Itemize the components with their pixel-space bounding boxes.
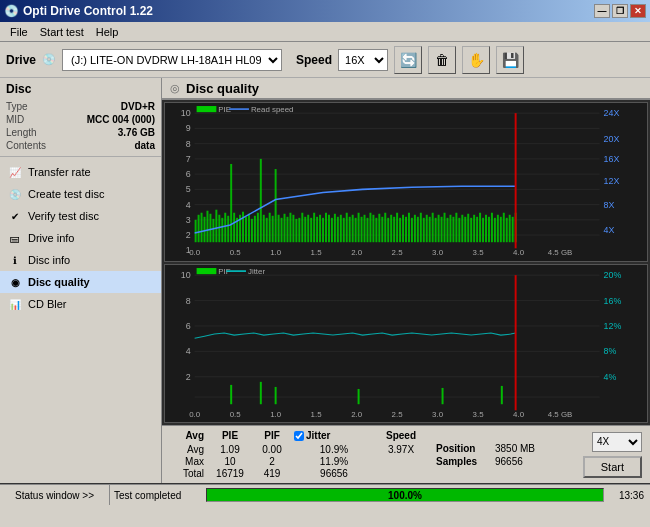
menu-file[interactable]: File — [4, 24, 34, 40]
nav-disc-info-label: Disc info — [28, 254, 70, 266]
svg-rect-184 — [197, 268, 217, 274]
svg-rect-56 — [254, 216, 256, 242]
nav-drive-info[interactable]: 🖴 Drive info — [0, 227, 161, 249]
menubar: File Start test Help — [0, 22, 650, 42]
svg-text:4.5 GB: 4.5 GB — [548, 410, 573, 419]
jitter-header: Jitter — [306, 430, 330, 441]
svg-rect-101 — [387, 218, 389, 242]
svg-text:4: 4 — [186, 346, 191, 356]
svg-text:2.0: 2.0 — [351, 410, 363, 419]
svg-rect-39 — [204, 217, 206, 242]
minimize-button[interactable]: — — [594, 4, 610, 18]
nav-create-test[interactable]: 💿 Create test disc — [0, 183, 161, 205]
svg-rect-49 — [233, 213, 235, 242]
svg-text:0.0: 0.0 — [189, 410, 201, 419]
svg-text:PIE: PIE — [218, 105, 231, 114]
samples-value: 96656 — [495, 456, 550, 467]
svg-rect-139 — [500, 217, 502, 242]
svg-rect-41 — [209, 214, 211, 242]
svg-text:3.0: 3.0 — [432, 410, 444, 419]
svg-rect-97 — [375, 218, 377, 242]
svg-rect-115 — [429, 217, 431, 242]
nav-verify-test[interactable]: ✔ Verify test disc — [0, 205, 161, 227]
svg-rect-53 — [245, 217, 247, 242]
svg-text:8: 8 — [186, 295, 191, 305]
svg-rect-91 — [358, 213, 360, 242]
svg-rect-134 — [485, 215, 487, 242]
svg-rect-130 — [473, 215, 475, 242]
toolbar: Drive 💿 (J:) LITE-ON DVDRW LH-18A1H HL09… — [0, 42, 650, 78]
svg-text:3.5: 3.5 — [473, 410, 485, 419]
nav-buttons: 📈 Transfer rate 💿 Create test disc ✔ Ver… — [0, 157, 161, 319]
drive-select[interactable]: (J:) LITE-ON DVDRW LH-18A1H HL09 — [62, 49, 282, 71]
nav-disc-quality-label: Disc quality — [28, 276, 90, 288]
read-speed-select[interactable]: 4X8X12X16X — [592, 432, 642, 452]
speed-select[interactable]: 1X2X4X8X12X16X — [338, 49, 388, 71]
svg-rect-128 — [467, 214, 469, 242]
svg-rect-125 — [458, 218, 460, 242]
nav-create-test-label: Create test disc — [28, 188, 104, 200]
menu-start-test[interactable]: Start test — [34, 24, 90, 40]
disc-section-title: Disc — [6, 82, 155, 96]
svg-text:8X: 8X — [604, 200, 615, 210]
hand-button[interactable]: ✋ — [462, 46, 490, 74]
svg-rect-119 — [441, 217, 443, 242]
start-button[interactable]: Start — [583, 456, 642, 478]
svg-text:24X: 24X — [604, 108, 620, 118]
status-window-button[interactable]: Status window >> — [0, 485, 110, 505]
svg-text:1.0: 1.0 — [270, 248, 282, 257]
pif-header: PIF — [252, 430, 292, 441]
disc-type-value: DVD+R — [121, 101, 155, 112]
svg-rect-104 — [396, 213, 398, 242]
statusbar: Status window >> Test completed 100.0% 1… — [0, 483, 650, 505]
svg-rect-48 — [230, 164, 232, 242]
svg-rect-94 — [366, 218, 368, 242]
max-pie: 10 — [210, 456, 250, 467]
svg-rect-72 — [301, 213, 303, 242]
svg-rect-81 — [328, 215, 330, 242]
svg-text:0.5: 0.5 — [230, 410, 242, 419]
menu-help[interactable]: Help — [90, 24, 125, 40]
svg-text:2.5: 2.5 — [392, 248, 404, 257]
svg-rect-87 — [346, 213, 348, 242]
svg-rect-75 — [310, 218, 312, 242]
nav-disc-info[interactable]: ℹ Disc info — [0, 249, 161, 271]
svg-rect-181 — [442, 387, 444, 403]
chart1-svg: 10 9 8 7 6 5 4 3 2 1 24X 20X — [165, 103, 647, 261]
svg-rect-90 — [355, 218, 357, 242]
nav-cd-bler-label: CD Bler — [28, 298, 67, 310]
save-button[interactable]: 💾 — [496, 46, 524, 74]
svg-text:4.0: 4.0 — [513, 410, 525, 419]
svg-rect-38 — [201, 213, 203, 242]
close-button[interactable]: ✕ — [630, 4, 646, 18]
svg-rect-178 — [260, 381, 262, 403]
svg-rect-135 — [488, 217, 490, 242]
svg-rect-78 — [319, 215, 321, 242]
svg-rect-71 — [298, 218, 300, 242]
svg-rect-105 — [399, 218, 401, 242]
svg-rect-65 — [281, 218, 283, 242]
svg-rect-107 — [405, 217, 407, 242]
svg-rect-52 — [242, 212, 244, 242]
svg-rect-59 — [263, 215, 265, 242]
svg-text:10: 10 — [181, 108, 191, 118]
refresh-button[interactable]: 🔄 — [394, 46, 422, 74]
svg-text:4X: 4X — [604, 225, 615, 235]
erase-button[interactable]: 🗑 — [428, 46, 456, 74]
svg-text:4.0: 4.0 — [513, 248, 525, 257]
svg-rect-143 — [512, 217, 514, 242]
svg-text:20X: 20X — [604, 134, 620, 144]
nav-disc-quality[interactable]: ◉ Disc quality — [0, 271, 161, 293]
svg-rect-77 — [316, 217, 318, 242]
svg-text:2.5: 2.5 — [392, 410, 404, 419]
svg-rect-150 — [165, 265, 647, 423]
nav-cd-bler[interactable]: 📊 CD Bler — [0, 293, 161, 315]
svg-rect-100 — [384, 213, 386, 242]
svg-rect-80 — [325, 213, 327, 242]
jitter-checkbox[interactable] — [294, 431, 304, 441]
restore-button[interactable]: ❐ — [612, 4, 628, 18]
svg-rect-137 — [494, 218, 496, 242]
svg-rect-42 — [212, 219, 214, 242]
nav-transfer-rate[interactable]: 📈 Transfer rate — [0, 161, 161, 183]
progress-bar-container: 100.0% — [206, 488, 604, 502]
